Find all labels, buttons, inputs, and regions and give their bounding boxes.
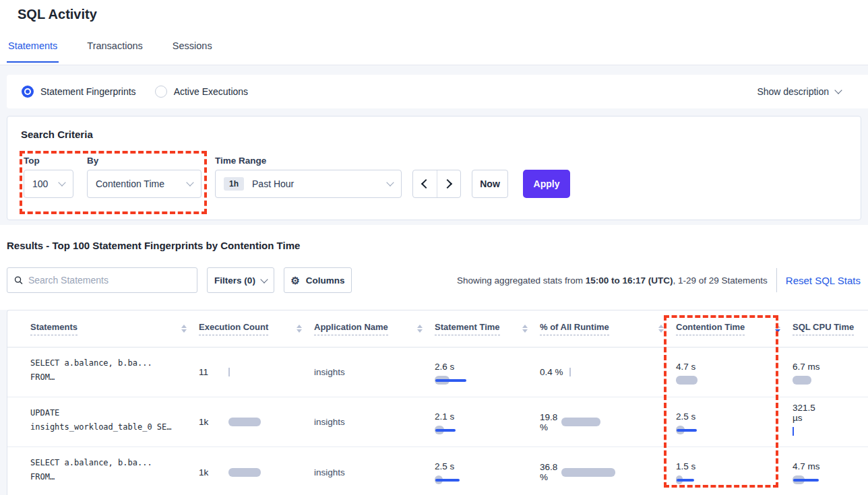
time-range-select[interactable]: 1h Past Hour — [215, 170, 402, 198]
show-description-label: Show description — [757, 86, 829, 97]
column-header-execution-count[interactable]: Execution Count — [199, 322, 314, 335]
chevron-down-icon — [260, 275, 268, 283]
statement-line: SELECT a.balance, b.ba... — [30, 356, 199, 370]
radio-selected-icon — [22, 86, 34, 98]
bar-blue-line — [677, 479, 694, 482]
bar-gray — [228, 468, 261, 477]
sql-cpu-time-cell: 321.5 µs — [793, 397, 868, 447]
value-bar — [676, 376, 699, 385]
column-header-sql-cpu-time[interactable]: SQL CPU Time — [793, 322, 868, 335]
statement-time-cell: 2.6 s — [435, 348, 540, 397]
value-bar — [561, 418, 602, 426]
sort-down-arrow — [775, 329, 780, 333]
top-label: Top — [24, 156, 40, 166]
apply-button[interactable]: Apply — [523, 170, 570, 198]
chevron-down-icon — [386, 178, 394, 186]
table-row: UPDATEinsights_workload_table_0 SE…1kins… — [7, 397, 868, 447]
filters-button[interactable]: Filters (0) — [207, 267, 274, 293]
value-bar — [793, 427, 795, 436]
contention-time-value: 1.5 s — [676, 461, 695, 471]
pct-of-all-runtime-cell: 36.8 % — [540, 447, 676, 495]
tab-bar: Statements Transactions Sessions — [7, 40, 214, 63]
search-icon — [14, 275, 23, 285]
radio-label: Active Executions — [174, 86, 249, 97]
statement-line: FROM… — [30, 470, 199, 484]
statement-time-cell: 2.5 s — [435, 447, 540, 495]
page-title: SQL Activity — [18, 7, 97, 22]
show-description-toggle[interactable]: Show description — [757, 86, 841, 97]
application-name-cell: insights — [314, 397, 435, 447]
next-time-button[interactable] — [437, 170, 460, 197]
radio-statement-fingerprints[interactable]: Statement Fingerprints — [22, 86, 136, 98]
bar-blue-line — [435, 479, 460, 482]
sort-icon[interactable] — [181, 325, 187, 333]
column-header-label: SQL CPU Time — [793, 322, 854, 335]
by-select-value: Contention Time — [96, 178, 164, 189]
sql-cpu-time-value: 321.5 µs — [793, 403, 824, 423]
value-bar — [435, 376, 467, 385]
bar-tick — [569, 368, 571, 376]
stats-summary-row: Showing aggregated stats from 15:00 to 1… — [404, 267, 868, 293]
sql-cpu-time-value: 6.7 ms — [793, 362, 820, 372]
column-header-statement-time[interactable]: Statement Time — [435, 322, 540, 335]
vertical-divider — [776, 268, 777, 292]
column-header-label: Application Name — [314, 322, 388, 335]
column-header-label: Statements — [30, 322, 78, 335]
sort-icon[interactable] — [775, 325, 780, 333]
pct-of-all-runtime-value: 36.8 % — [540, 462, 561, 482]
previous-time-button[interactable] — [413, 170, 437, 197]
now-button[interactable]: Now — [472, 170, 508, 198]
sort-icon[interactable] — [417, 325, 423, 333]
column-header-label: Contention Time — [676, 322, 745, 335]
sort-icon[interactable] — [522, 325, 528, 333]
reset-sql-stats-link[interactable]: Reset SQL Stats — [786, 275, 861, 286]
statement-fingerprint-link[interactable]: SELECT a.balance, b.ba...FROM… — [30, 447, 199, 495]
value-bar — [793, 376, 813, 385]
filters-label: Filters (0) — [214, 275, 255, 286]
column-header-contention-time[interactable]: Contention Time — [676, 322, 793, 335]
statement-fingerprint-link[interactable]: SELECT a.balance, b.ba...FROM… — [30, 348, 199, 397]
gear-icon: ⚙ — [290, 275, 299, 286]
results-heading: Results - Top 100 Statement Fingerprints… — [7, 240, 300, 251]
sql-cpu-time-cell: 4.7 ms — [793, 447, 868, 495]
sort-down-arrow — [522, 329, 528, 333]
tab-transactions[interactable]: Transactions — [86, 40, 144, 63]
bar-blue-line — [793, 479, 819, 482]
radio-label: Statement Fingerprints — [40, 86, 136, 97]
contention-time-cell: 4.7 s — [676, 348, 793, 397]
bar-gray — [676, 376, 698, 385]
bar-blue-line — [677, 429, 697, 432]
column-header-of-all-runtime[interactable]: % of All Runtime — [540, 322, 676, 335]
sort-icon[interactable] — [658, 325, 664, 333]
sort-up-arrow — [181, 325, 187, 328]
contention-time-value: 2.5 s — [676, 411, 695, 422]
value-bar — [793, 475, 819, 484]
statement-time-value: 2.5 s — [435, 461, 454, 471]
statement-fingerprint-link[interactable]: UPDATEinsights_workload_table_0 SE… — [30, 397, 199, 447]
bar-blue-line — [435, 429, 456, 432]
column-header-statements[interactable]: Statements — [30, 322, 199, 335]
column-header-application-name[interactable]: Application Name — [314, 322, 435, 335]
contention-time-cell: 2.5 s — [676, 397, 793, 447]
radio-active-executions[interactable]: Active Executions — [155, 86, 249, 98]
bar-tick — [228, 368, 230, 376]
contention-time-value: 4.7 s — [676, 362, 695, 372]
sort-up-arrow — [522, 325, 528, 328]
application-name-cell: insights — [314, 348, 435, 397]
top-select[interactable]: 100 — [24, 170, 73, 198]
time-range-stepper — [412, 170, 461, 198]
columns-button[interactable]: ⚙ Columns — [284, 267, 352, 293]
tab-sessions[interactable]: Sessions — [171, 40, 214, 63]
statement-time-cell: 2.1 s — [435, 397, 540, 447]
search-input[interactable] — [28, 275, 190, 286]
value-bar — [228, 368, 231, 376]
column-header-label: % of All Runtime — [540, 322, 609, 335]
value-bar — [676, 475, 695, 484]
value-bar — [561, 468, 617, 477]
execution-count-value: 11 — [199, 367, 228, 377]
sort-icon[interactable] — [297, 325, 302, 333]
contention-time-cell: 1.5 s — [676, 447, 793, 495]
tab-statements[interactable]: Statements — [7, 40, 59, 63]
by-select[interactable]: Contention Time — [87, 170, 202, 198]
pct-of-all-runtime-cell: 0.4 % — [540, 348, 676, 397]
